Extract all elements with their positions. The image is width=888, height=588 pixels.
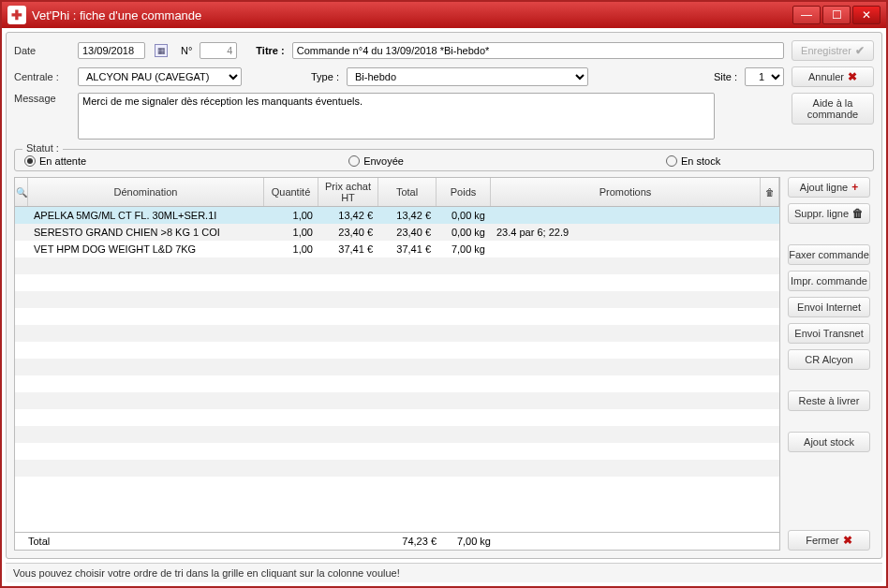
cr-alcyon-button[interactable]: CR Alcyon [788,349,870,370]
table-row[interactable] [15,460,779,477]
search-icon[interactable]: 🔍 [15,178,28,206]
table-row[interactable]: SERESTO GRAND CHIEN >8 KG 1 COI1,0023,40… [15,224,779,241]
cell-total: 23,40 € [378,226,437,239]
centrale-select[interactable]: ALCYON PAU (CAVEGAT) [78,67,242,86]
cell-promo [491,214,761,216]
table-row[interactable] [15,359,779,375]
statut-stock-radio[interactable]: En stock [666,155,720,167]
ajout-stock-button[interactable]: Ajout stock [788,432,870,452]
cell-qty: 1,00 [264,226,318,239]
table-row[interactable] [15,409,779,426]
table-row[interactable] [15,325,779,342]
app-logo-icon: ✚ [7,6,26,24]
close-window-button[interactable]: ✕ [852,6,881,24]
grid-footer: Total 74,23 € 7,00 kg [15,532,779,550]
table-row[interactable] [15,375,779,392]
cell-total: 37,41 € [378,243,437,256]
cell-total: 13,42 € [378,209,437,222]
col-poids[interactable]: Poids [437,178,491,206]
centrale-label: Centrale : [14,71,70,82]
date-label: Date [14,45,70,56]
type-select[interactable]: Bi-hebdo [347,67,588,86]
cell-qty: 1,00 [264,243,318,256]
cell-denom: SERESTO GRAND CHIEN >8 KG 1 COI [28,226,264,239]
envoi-internet-button[interactable]: Envoi Internet [788,297,870,317]
message-textarea[interactable]: Merci de me signaler dès réception les m… [78,93,715,140]
cell-poids: 0,00 kg [437,209,491,222]
maximize-button[interactable]: ☐ [822,6,851,24]
date-input[interactable] [78,42,145,59]
total-poids: 7,00 kg [437,536,491,547]
table-row[interactable] [15,274,779,291]
reste-livrer-button[interactable]: Reste à livrer [788,390,870,411]
total-value: 74,23 € [378,536,437,547]
radio-dot-icon [666,155,677,167]
cell-denom: APELKA 5MG/ML CT FL. 30ML+SER.1I [28,209,264,222]
statut-envoyee-radio[interactable]: Envoyée [348,155,404,167]
cell-denom: VET HPM DOG WEIGHT L&D 7KG [28,243,264,256]
trash-icon: 🗑 [852,207,864,220]
table-row[interactable] [15,291,779,308]
check-icon: ✔ [855,44,865,57]
cell-prix: 37,41 € [318,243,378,256]
num-input[interactable] [200,42,237,59]
table-row[interactable] [15,308,779,325]
window-title: Vet'Phi : fiche d'une commande [32,8,792,22]
total-label: Total [28,536,264,547]
ajout-ligne-button[interactable]: Ajout ligne+ [788,177,870,198]
impr-commande-button[interactable]: Impr. commande [788,271,870,291]
status-bar: Vous pouvez choisir votre ordre de tri d… [6,563,882,582]
table-row[interactable] [15,392,779,409]
table-row[interactable] [15,477,779,493]
site-select[interactable]: 1 [745,67,784,86]
titre-label: Titre : [256,45,284,56]
calendar-icon[interactable]: ▦ [155,44,168,57]
message-label: Message [14,93,70,104]
window-titlebar: ✚ Vet'Phi : fiche d'une commande — ☐ ✕ [2,2,886,28]
col-quantite[interactable]: Quantité [264,178,318,206]
cell-qty: 1,00 [264,209,318,222]
annuler-button[interactable]: Annuler ✖ [792,66,874,87]
type-label: Type : [311,71,339,82]
table-row[interactable]: APELKA 5MG/ML CT FL. 30ML+SER.1I1,0013,4… [15,207,779,224]
faxer-commande-button[interactable]: Faxer commande [788,244,870,265]
envoi-transnet-button[interactable]: Envoi Transnet [788,323,870,344]
cell-poids: 0,00 kg [437,226,491,239]
cancel-icon: ✖ [848,70,857,83]
trash-icon[interactable]: 🗑 [761,178,779,206]
titre-input[interactable] [292,42,784,59]
table-row[interactable] [15,426,779,443]
col-denomination[interactable]: Dénomination [28,178,264,206]
table-row[interactable] [15,443,779,460]
statut-group: Statut : En attente Envoyée En stock [14,149,874,171]
site-label: Site : [714,71,737,82]
aide-commande-button[interactable]: Aide à la commande [792,93,874,125]
table-row[interactable] [15,257,779,274]
enregistrer-button[interactable]: Enregistrer ✔ [792,40,874,61]
order-grid[interactable]: 🔍 Dénomination Quantité Prix achat HT To… [14,177,780,551]
cell-prix: 13,42 € [318,209,378,222]
plus-icon: + [851,181,858,194]
suppr-ligne-button[interactable]: Suppr. ligne🗑 [788,203,870,224]
radio-dot-icon [24,155,36,167]
col-prix[interactable]: Prix achat HT [318,178,378,206]
cell-promo [491,248,761,250]
table-row[interactable]: VET HPM DOG WEIGHT L&D 7KG1,0037,41 €37,… [15,241,779,257]
radio-dot-icon [348,155,360,167]
col-total[interactable]: Total [378,178,437,206]
grid-header-row: 🔍 Dénomination Quantité Prix achat HT To… [15,178,779,207]
num-label: N° [181,45,192,56]
col-promotions[interactable]: Promotions [491,178,761,206]
cell-poids: 7,00 kg [437,243,491,256]
close-icon: ✖ [843,534,852,547]
statut-attente-radio[interactable]: En attente [24,155,86,167]
fermer-button[interactable]: Fermer✖ [788,530,870,551]
cell-promo: 23.4 par 6; 22.9 [491,226,761,239]
statut-legend: Statut : [22,142,63,154]
minimize-button[interactable]: — [792,6,821,24]
table-row[interactable] [15,342,779,359]
cell-prix: 23,40 € [318,226,378,239]
